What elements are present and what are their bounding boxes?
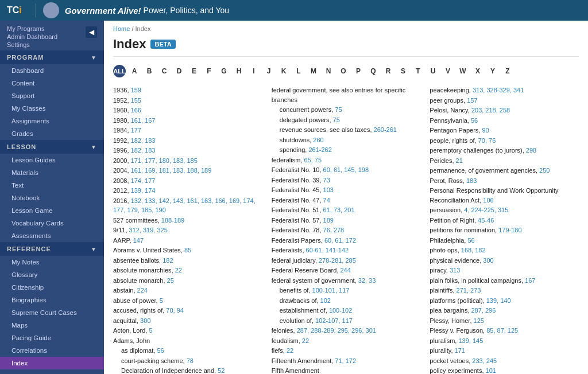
list-item: federal system of government, 32, 33 <box>272 276 421 286</box>
alpha-all-button[interactable]: ALL <box>113 65 126 77</box>
list-item: concurrent powers, 75 <box>272 105 421 115</box>
alpha-O[interactable]: O <box>337 65 350 77</box>
list-item: people, rights of, 70, 76 <box>430 136 579 146</box>
alpha-K[interactable]: K <box>277 65 290 77</box>
sidebar-item-content[interactable]: Content <box>0 77 104 89</box>
list-item: pluralism, 139, 145 <box>430 336 579 346</box>
sidebar-section-program[interactable]: PROGRAM ▼ <box>0 50 104 64</box>
list-item: plaintiffs, 271, 273 <box>430 286 579 295</box>
sidebar-item-citizenship[interactable]: Citizenship <box>0 281 104 294</box>
page-title: Index <box>113 37 146 52</box>
alpha-U[interactable]: U <box>427 65 439 77</box>
list-item: plurality, 171 <box>430 346 579 356</box>
alpha-W[interactable]: W <box>457 65 469 77</box>
sidebar-item-vocabulary-cards[interactable]: Vocabulary Cards <box>0 217 104 229</box>
alpha-R[interactable]: R <box>382 65 394 77</box>
sidebar-collapse-button[interactable]: ◀ <box>86 26 97 38</box>
alpha-L[interactable]: L <box>292 65 305 77</box>
sidebar-section-reference[interactable]: REFERENCE ▼ <box>0 242 104 256</box>
sidebar-item-grades[interactable]: Grades <box>0 127 104 140</box>
sidebar-item-glossary[interactable]: Glossary <box>0 268 104 281</box>
sidebar-section-lesson[interactable]: LESSON ▼ <box>0 140 104 154</box>
alpha-Q[interactable]: Q <box>367 65 380 77</box>
page-title-area: Index BETA <box>104 34 588 56</box>
list-item: Plessy, Homer, 125 <box>430 316 579 326</box>
alpha-X[interactable]: X <box>471 65 484 77</box>
list-item: absolute monarchies, 22 <box>113 266 262 275</box>
list-item: AARP, 147 <box>113 236 262 246</box>
list-item: Petition of Right, 45-46 <box>430 216 579 225</box>
sidebar-settings[interactable]: Settings <box>7 41 57 48</box>
list-item: physical evidence, 300 <box>430 256 579 266</box>
list-item: plain folks, in political campaigns, 167 <box>430 276 579 286</box>
sidebar-item-biographies[interactable]: Biographies <box>0 294 104 306</box>
alpha-G[interactable]: G <box>218 65 230 77</box>
alpha-I[interactable]: I <box>247 65 260 77</box>
list-item: Acton, Lord, 5 <box>113 326 262 336</box>
alpha-H[interactable]: H <box>233 65 245 77</box>
list-item: as diplomat, 56 <box>113 346 262 356</box>
breadcrumb-current: Index <box>136 25 151 32</box>
alpha-B[interactable]: B <box>143 65 156 77</box>
sidebar-item-my-classes[interactable]: My Classes <box>0 102 104 115</box>
sidebar-item-maps[interactable]: Maps <box>0 319 104 332</box>
sidebar-item-correlations[interactable]: Correlations <box>0 344 104 357</box>
sidebar-item-support[interactable]: Support <box>0 89 104 102</box>
sidebar-item-notebook[interactable]: Notebook <box>0 192 104 204</box>
sidebar-item-assignments[interactable]: Assignments <box>0 115 104 127</box>
title-divider <box>113 56 579 57</box>
alpha-N[interactable]: N <box>322 65 335 77</box>
list-item: persuasion, 4, 224-225, 315 <box>430 205 579 215</box>
sidebar-item-lesson-guides[interactable]: Lesson Guides <box>0 154 104 166</box>
sidebar-item-text[interactable]: Text <box>0 179 104 192</box>
sidebar-item-materials[interactable]: Materials <box>0 166 104 179</box>
sidebar-item-dashboard[interactable]: Dashboard <box>0 64 104 77</box>
list-item: Federalist No. 57, 189 <box>272 216 421 225</box>
sidebar-item-my-notes[interactable]: My Notes <box>0 256 104 268</box>
alpha-F[interactable]: F <box>203 65 215 77</box>
alpha-T[interactable]: T <box>412 65 424 77</box>
alpha-V[interactable]: V <box>442 65 454 77</box>
alpha-M[interactable]: M <box>307 65 320 77</box>
alpha-Z[interactable]: Z <box>501 65 514 77</box>
sidebar-item-pacing-guide[interactable]: Pacing Guide <box>0 332 104 344</box>
list-item: 2004, 161, 169, 181, 183, 188, 189 <box>113 166 262 176</box>
list-item: Federalist No. 39, 73 <box>272 176 421 185</box>
alpha-P[interactable]: P <box>352 65 365 77</box>
alpha-S[interactable]: S <box>397 65 409 77</box>
list-item: 1992, 182, 183 <box>113 136 262 146</box>
list-item: 527 committees, 188-189 <box>113 216 262 225</box>
lesson-arrow-icon: ▼ <box>91 144 97 150</box>
sidebar-item-supreme-court-cases[interactable]: Supreme Court Cases <box>0 306 104 319</box>
sidebar-item-assessments[interactable]: Assessments <box>0 229 104 242</box>
alpha-A[interactable]: A <box>128 65 141 77</box>
list-item: accused, rights of, 70, 94 <box>113 306 262 315</box>
alpha-Y[interactable]: Y <box>486 65 499 77</box>
list-item: Philadelphia, 56 <box>430 236 579 246</box>
list-item: Pentagon Papers, 90 <box>430 126 579 135</box>
alpha-D[interactable]: D <box>173 65 185 77</box>
breadcrumb-home[interactable]: Home <box>113 25 130 32</box>
list-item: Fifteenth Amendment, 71, 172 <box>272 356 421 366</box>
list-item: felonies, 287, 288-289, 295, 296, 301 <box>272 326 421 336</box>
alpha-C[interactable]: C <box>158 65 171 77</box>
beta-badge: BETA <box>150 40 175 49</box>
alpha-E[interactable]: E <box>188 65 200 77</box>
list-item: federal judiciary, 278-281, 285 <box>272 256 421 266</box>
list-item: court-packing scheme, 78 <box>113 356 262 366</box>
list-item: evolution of, 102-107, 117 <box>272 316 421 326</box>
alpha-J[interactable]: J <box>262 65 275 77</box>
list-item: Federalist No. 78, 76, 278 <box>272 225 421 235</box>
list-item: peer groups, 157 <box>430 96 579 106</box>
list-item: 1980, 161, 167 <box>113 116 262 126</box>
header-subtitle: Power, Politics, and You <box>144 6 229 15</box>
list-item: fiefs, 22 <box>272 346 421 356</box>
sidebar-item-lesson-game[interactable]: Lesson Game <box>0 204 104 217</box>
reference-arrow-icon: ▼ <box>91 246 97 252</box>
sidebar-top-links: My Programs Admin Dashboard Settings ◀ <box>0 21 104 50</box>
sidebar-admin-dashboard[interactable]: Admin Dashboard <box>7 33 57 40</box>
list-item: Adams, John <box>113 336 262 346</box>
sidebar-top-links-text: My Programs Admin Dashboard Settings <box>7 25 57 48</box>
sidebar-item-index[interactable]: Index <box>0 357 104 369</box>
sidebar-my-programs[interactable]: My Programs <box>7 25 57 32</box>
